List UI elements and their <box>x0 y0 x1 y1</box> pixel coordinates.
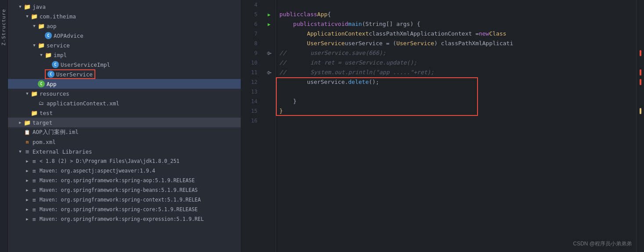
tree-item-app[interactable]: C App <box>8 79 241 89</box>
tree-item-userservice[interactable]: C UserService <box>8 69 241 79</box>
tree-item-aop[interactable]: 📁 aop <box>8 21 241 31</box>
line-numbers-column: 4 5 6 7 8 9 10 11 12 13 14 15 16 <box>241 0 263 252</box>
gutter-column: ▶ ▶ ⌱ ⌱ <box>263 0 276 252</box>
code-token-public-5: public <box>279 10 300 19</box>
tree-item-java[interactable]: 📁 java <box>8 2 241 11</box>
code-line-11: // System.out.println("app ....."+ret); <box>276 68 636 77</box>
userservice-outlined-group: C UserService <box>45 69 95 79</box>
gutter-8 <box>263 39 275 48</box>
lib-icon-jdk: ≡ <box>31 158 38 165</box>
arrow-maven-spring-expr <box>24 216 31 223</box>
code-indent-14 <box>279 97 293 106</box>
code-token-params-6: (String[] args) { <box>362 19 420 29</box>
code-line-5: public class App { <box>276 10 636 19</box>
label-pom: pom.xml <box>33 139 56 145</box>
tree-item-impl[interactable]: 📁 impl <box>8 50 241 60</box>
tree-item-pom[interactable]: m pom.xml <box>8 137 241 147</box>
code-token-userservice-cast-8: UserService <box>396 39 434 48</box>
line-num-5: 5 <box>254 10 257 19</box>
folder-icon-impl: 📁 <box>45 51 52 58</box>
sidebar-structure-label: Z-Structure <box>0 0 8 252</box>
label-userserviceimpl: UserServiceImpl <box>61 61 110 68</box>
folder-icon-java: 📁 <box>24 3 31 10</box>
code-indent-8 <box>279 39 307 48</box>
tree-item-resources[interactable]: 📁 resources <box>8 89 241 98</box>
code-comment-11: // System.out.println("app ....."+ret); <box>279 68 434 77</box>
code-token-appctx-7: ApplicationContext <box>307 29 369 39</box>
rg-12 <box>637 77 644 87</box>
folder-icon-target: 📁 <box>24 119 31 126</box>
line-num-9: 9 <box>254 48 257 58</box>
tree-item-userserviceimpl[interactable]: C UserServiceImpl <box>8 60 241 69</box>
label-app: App <box>47 81 57 87</box>
pom-icon: m <box>24 138 31 145</box>
tree-item-target[interactable]: 📁 target <box>8 118 241 127</box>
label-java: java <box>33 4 46 10</box>
line-num-15: 15 <box>251 106 257 116</box>
label-userservice: UserService <box>56 71 93 78</box>
label-aop: aop <box>47 23 57 29</box>
lib-icon-maven-spring-beans: ≡ <box>31 187 38 194</box>
tree-item-test[interactable]: 📁 test <box>8 108 241 118</box>
lib-icon-maven-spring-core: ≡ <box>31 206 38 213</box>
gutter-10 <box>263 58 275 68</box>
spacer-test <box>24 109 31 116</box>
label-aopadvice: AOPAdvice <box>54 32 83 39</box>
tree-item-jdk[interactable]: ≡ < 1.8 (2) > D:\Program Files\Java\jdk1… <box>8 156 241 166</box>
rg-7 <box>637 29 644 39</box>
code-token-class-5: class <box>300 10 317 19</box>
code-token-parens-12: (); <box>369 77 379 87</box>
arrow-impl <box>38 51 45 58</box>
gutter-6[interactable]: ▶ <box>263 19 275 29</box>
label-aop-iml: AOP入门案例.iml <box>33 129 79 136</box>
lib-icon-maven-aspectj: ≡ <box>31 167 38 174</box>
rg-9 <box>637 48 644 58</box>
code-token-class-7: Class <box>489 29 506 39</box>
code-indent-7 <box>279 29 307 39</box>
tree-item-maven-spring-context[interactable]: ≡ Maven: org.springframework:spring-cont… <box>8 195 241 205</box>
code-token-public-6: public <box>293 19 314 29</box>
code-token-app-5: App <box>317 10 327 19</box>
class-icon-userservice: C <box>47 71 54 78</box>
arrow-external-libs <box>17 148 24 155</box>
line-num-16: 16 <box>251 116 257 126</box>
rg-10 <box>637 58 644 68</box>
code-token-userservice-8: UserService <box>307 39 345 48</box>
line-num-4: 4 <box>254 0 257 10</box>
code-line-13 <box>276 87 636 97</box>
tree-item-aopadvice[interactable]: C AOPAdvice <box>8 31 241 40</box>
tree-item-maven-spring-core[interactable]: ≡ Maven: org.springframework:spring-core… <box>8 205 241 214</box>
spacer-aopadvice <box>38 32 45 39</box>
code-comment-10: // int ret = userService.update(); <box>279 58 417 68</box>
code-token-userservice-12: userService. <box>307 77 348 87</box>
code-token-classpathxml2-8: ) classPathXmlApplicati <box>434 39 513 48</box>
arrow-java <box>17 3 24 10</box>
code-line-10: // int ret = userService.update(); <box>276 58 636 68</box>
label-maven-spring-core: Maven: org.springframework:spring-core:5… <box>40 206 198 212</box>
label-jdk: < 1.8 (2) > D:\Program Files\Java\jdk1.8… <box>40 158 180 164</box>
folder-icon-service: 📁 <box>38 42 45 49</box>
lib-icon-maven-spring-context: ≡ <box>31 196 38 203</box>
code-line-8: UserService userService = ( UserService … <box>276 39 636 48</box>
arrow-jdk <box>24 158 31 165</box>
code-line-6: public static void main (String[] args) … <box>276 19 636 29</box>
right-gutter <box>636 0 644 252</box>
tree-item-maven-spring-beans[interactable]: ≡ Maven: org.springframework:spring-bean… <box>8 185 241 195</box>
tree-item-external-libs[interactable]: ≡ External Libraries <box>8 147 241 156</box>
rg-mark-12 <box>640 79 641 85</box>
tree-item-aop-iml[interactable]: 📋 AOP入门案例.iml <box>8 127 241 137</box>
code-content[interactable]: public class App { public static void ma… <box>276 0 636 252</box>
gutter-5[interactable]: ▶ <box>263 10 275 19</box>
code-token-void-6: void <box>334 19 348 29</box>
rg-6 <box>637 19 644 29</box>
run-icon-6: ▶ <box>268 22 271 27</box>
label-service: service <box>47 42 70 49</box>
gutter-4 <box>263 0 275 10</box>
tree-item-maven-spring-expr[interactable]: ≡ Maven: org.springframework:spring-expr… <box>8 214 241 224</box>
tree-item-applicationcontext[interactable]: 🗂 applicationContext.xml <box>8 98 241 108</box>
tree-item-com-itheima[interactable]: 📁 com.itheima <box>8 11 241 21</box>
rg-5 <box>637 10 644 19</box>
tree-item-maven-spring-aop[interactable]: ≡ Maven: org.springframework:spring-aop:… <box>8 176 241 185</box>
tree-item-maven-aspectj[interactable]: ≡ Maven: org.aspectj:aspectjweaver:1.9.4 <box>8 166 241 176</box>
tree-item-service[interactable]: 📁 service <box>8 40 241 50</box>
